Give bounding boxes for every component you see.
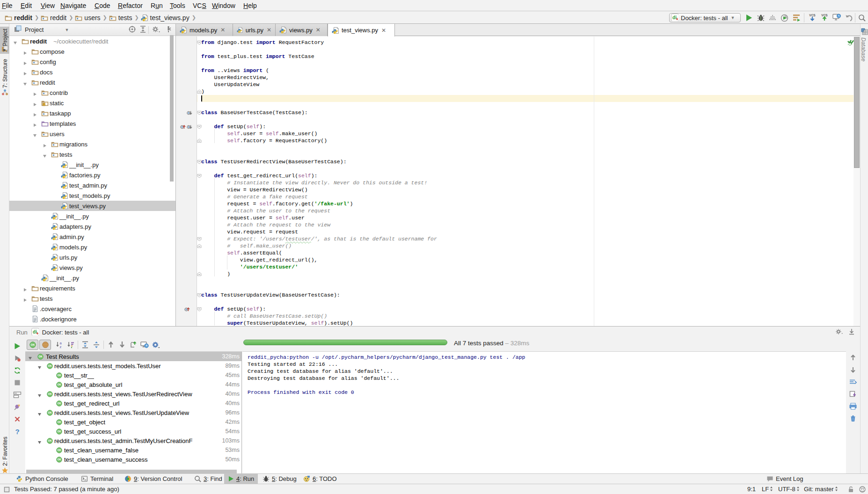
svg-text:VCS: VCS: [809, 14, 816, 17]
svg-text:OK: OK: [57, 421, 61, 423]
svg-text:OK: OK: [57, 383, 61, 386]
svg-text:OK: OK: [48, 364, 51, 367]
svg-text:z: z: [60, 345, 62, 349]
svg-text:OK: OK: [30, 343, 35, 346]
svg-text:OK: OK: [57, 449, 61, 451]
svg-text:VCS: VCS: [821, 14, 828, 17]
svg-text:OK: OK: [38, 355, 42, 358]
svg-text:OK: OK: [48, 439, 51, 442]
svg-text:OK: OK: [57, 402, 61, 405]
svg-text:di: di: [33, 329, 37, 334]
svg-text:di: di: [672, 15, 677, 20]
svg-text:OK: OK: [57, 430, 61, 433]
svg-text:OK: OK: [57, 374, 61, 377]
svg-text:OK: OK: [48, 392, 51, 395]
svg-text:OK: OK: [57, 458, 61, 461]
svg-text:OK: OK: [48, 411, 51, 414]
